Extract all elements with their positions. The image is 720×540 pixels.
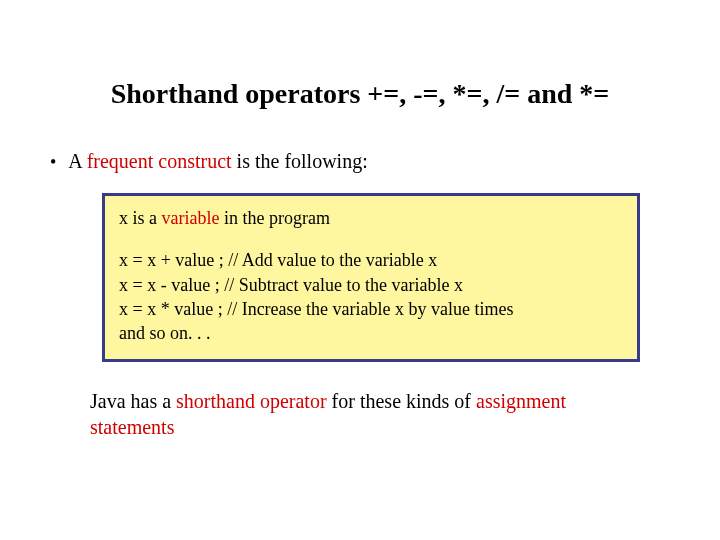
footer-a: Java has a: [90, 390, 176, 412]
codebox-line-1: x is a variable in the program: [119, 206, 623, 230]
bullet-text: A frequent construct is the following:: [68, 150, 367, 173]
bullet-dot-icon: •: [50, 152, 56, 173]
bullet-item: • A frequent construct is the following:: [50, 150, 680, 173]
codebox-spacer: [119, 230, 623, 248]
codebox-line1-b: variable: [162, 208, 220, 228]
footer-c: for these kinds of: [327, 390, 476, 412]
codebox-line1-a: x is a: [119, 208, 162, 228]
codebox-line-5: and so on. . .: [119, 321, 623, 345]
bullet-suffix: is the following:: [232, 150, 368, 172]
bullet-highlight: frequent construct: [87, 150, 232, 172]
codebox-line-2: x = x + value ; // Add value to the vari…: [119, 248, 623, 272]
codebox-line-4: x = x * value ; // Increase the variable…: [119, 297, 623, 321]
footer-text: Java has a shorthand operator for these …: [90, 388, 640, 440]
codebox-line-3: x = x - value ; // Subtract value to the…: [119, 273, 623, 297]
code-box: x is a variable in the program x = x + v…: [102, 193, 640, 362]
bullet-prefix: A: [68, 150, 86, 172]
footer-b: shorthand operator: [176, 390, 327, 412]
slide-title: Shorthand operators +=, -=, *=, /= and *…: [40, 78, 680, 110]
slide: Shorthand operators +=, -=, *=, /= and *…: [0, 0, 720, 540]
codebox-line1-c: in the program: [219, 208, 329, 228]
